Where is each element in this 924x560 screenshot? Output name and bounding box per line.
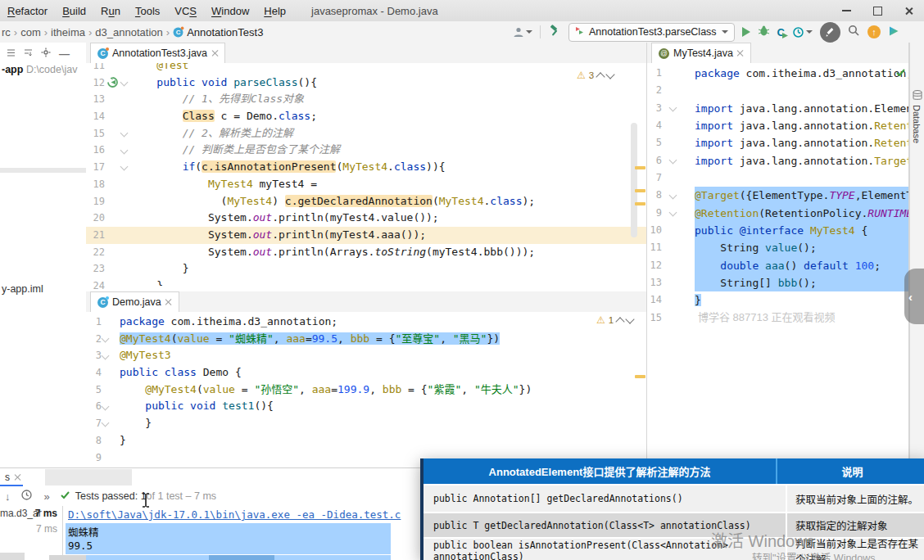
tab-annotationtest3[interactable]: C AnnotationTest3.java [90,43,225,63]
next-warning-icon[interactable] [606,70,615,79]
menu-build[interactable]: Build [55,5,93,17]
editor-annotationtest3[interactable]: 1112131415161718192021222324 @Test publi… [86,63,646,291]
gutter-line[interactable]: 4 [86,364,120,382]
code-line[interactable]: } [120,415,635,432]
gutter-line[interactable]: 13 [647,274,695,291]
code-line[interactable]: public @interface MyTest4 { [695,222,909,239]
fold-marker-icon[interactable] [120,163,129,171]
code-line[interactable]: } [131,278,631,286]
code-demo[interactable]: package com.itheima.d3_annotation;@MyTes… [120,314,635,467]
code-line[interactable]: Class c = Demo.class; [131,108,631,125]
code-line[interactable]: String[] bbb(); [695,274,909,291]
fold-marker-icon[interactable] [102,351,110,359]
run-config-combo[interactable]: AnnotationTest3.parseClass [568,23,735,42]
test-tree-row[interactable]: 7 ms [0,523,62,539]
more-actions-icon[interactable]: » [44,490,50,503]
console-output-line[interactable]: 99.5 [68,540,93,552]
gutter-line[interactable]: 15 [86,125,131,142]
coverage-icon[interactable]: C [777,26,785,38]
code-line[interactable]: @MyTest3 [120,347,635,364]
gutter-line[interactable]: 1 [647,65,695,82]
debug-icon[interactable] [758,25,770,39]
gutter-line[interactable]: 19 [86,193,131,210]
gutter-line[interactable]: 13 [86,91,131,108]
project-item-iml[interactable]: y-app.iml [2,283,43,295]
test-tree-row[interactable]: ma.d3_ar7 ms [0,508,62,523]
database-icon[interactable] [913,90,922,103]
code-line[interactable]: @MyTest4(value = "蜘蛛精", aaa=99.5, bbb = … [120,331,635,348]
gutter-line[interactable]: 10 [647,222,695,239]
fold-marker-icon[interactable] [669,192,677,200]
gutter-line[interactable]: 7 [647,169,695,187]
gutter-line[interactable]: 16 [86,142,131,159]
scrollbar-thumb[interactable] [631,123,637,237]
breadcrumb-item[interactable]: itheima [51,26,85,38]
menu-vcs[interactable]: VCS [167,5,204,17]
code-line[interactable]: double aaa() default 100; [695,257,909,274]
prev-warning-icon[interactable] [616,317,625,326]
code-line[interactable]: (MyTest4) c.getDeclaredAnnotation(MyTest… [131,193,631,210]
search-icon[interactable] [848,25,860,39]
fold-marker-icon[interactable] [669,104,677,112]
fold-marker-icon[interactable] [102,335,110,343]
fold-marker-icon[interactable] [120,129,129,138]
code-line[interactable]: public void parseClass(){ [131,75,631,92]
breadcrumb-item[interactable]: d3_annotation [95,26,162,38]
expand-all-icon[interactable] [7,47,16,60]
overlay-chevron-handle[interactable]: ‹ [904,269,924,324]
warn-stripe-mark[interactable] [635,166,645,169]
code-line[interactable]: import java.lang.annotation.Retention; [695,117,909,134]
hide-panel-icon[interactable]: — [59,47,70,60]
gutter-line[interactable]: 12 [647,257,695,274]
gutter-line[interactable]: 18 [86,176,131,193]
close-button[interactable] [893,0,924,21]
build-hammer-icon[interactable] [548,25,561,40]
run-test-icon[interactable] [107,77,118,90]
gutter-line[interactable]: 15 [647,309,695,327]
fold-marker-icon[interactable] [102,402,110,410]
code-line[interactable] [695,82,909,99]
gutter-line[interactable]: 7 [86,415,120,432]
code-right[interactable]: package com.itheima.d3_annotation;import… [695,65,909,467]
gutter-line[interactable]: 6 [86,398,120,415]
gutter-line[interactable]: 14 [86,108,131,125]
breadcrumb-leaf[interactable]: CAnnotationTest3 [173,26,263,38]
gutter-line[interactable]: 22 [86,244,131,261]
fold-marker-icon[interactable] [120,79,129,87]
scroll-down-icon[interactable]: ↓ [5,490,11,503]
code-line[interactable]: public class Demo { [120,364,635,382]
prev-warning-icon[interactable] [596,72,605,81]
editor-splitter-vertical[interactable] [646,43,647,467]
code-line[interactable]: import java.lang.annotation.Target; [695,152,909,169]
code-line[interactable]: System.out.println(myTest4.aaa()); [131,227,631,244]
code-line[interactable]: System.out.println(Arrays.toString(myTes… [131,244,631,261]
code-line[interactable]: // 1、先得到Class对象 [131,91,631,108]
user-icon[interactable] [513,26,532,38]
code-line[interactable]: } [131,260,631,278]
close-tab-icon[interactable] [737,50,744,56]
code-line[interactable]: MyTest4 myTest4 = [131,176,631,193]
gutter-line[interactable]: 3 [86,347,120,364]
update-icon[interactable]: ↑ [867,25,881,38]
gutter-line[interactable]: 2 [647,82,695,99]
code-line[interactable]: import java.lang.annotation.ElementType; [695,100,909,117]
close-tab-icon[interactable] [14,474,20,481]
fold-marker-icon[interactable] [102,419,110,427]
code-line[interactable]: @Target({ElementType.TYPE,ElementType.ME… [695,187,909,204]
close-tab-icon[interactable] [211,50,218,56]
maximize-button[interactable] [862,0,893,21]
tab-demo[interactable]: C Demo.java [90,291,179,312]
gutter-line[interactable]: 11 [647,239,695,256]
tool-window-tab[interactable]: s [0,470,25,485]
gutter-line[interactable]: 5 [86,382,120,399]
editor-demo[interactable]: 123456789 package com.itheima.d3_annotat… [86,312,646,467]
gutter-line[interactable]: 21 [86,227,131,244]
code-line[interactable] [695,169,909,187]
run-button[interactable] [742,27,750,37]
warn-stripe-mark[interactable] [635,202,645,205]
inspection-widget-demo[interactable]: ⚠ 1 [596,314,633,326]
code-line[interactable]: @MyTest4(value = "孙悟空", aaa=199.9, bbb =… [120,382,635,399]
ide-feature-icon[interactable] [888,25,899,39]
gutter-line[interactable]: 20 [86,210,131,227]
collapse-all-icon[interactable] [24,47,33,60]
